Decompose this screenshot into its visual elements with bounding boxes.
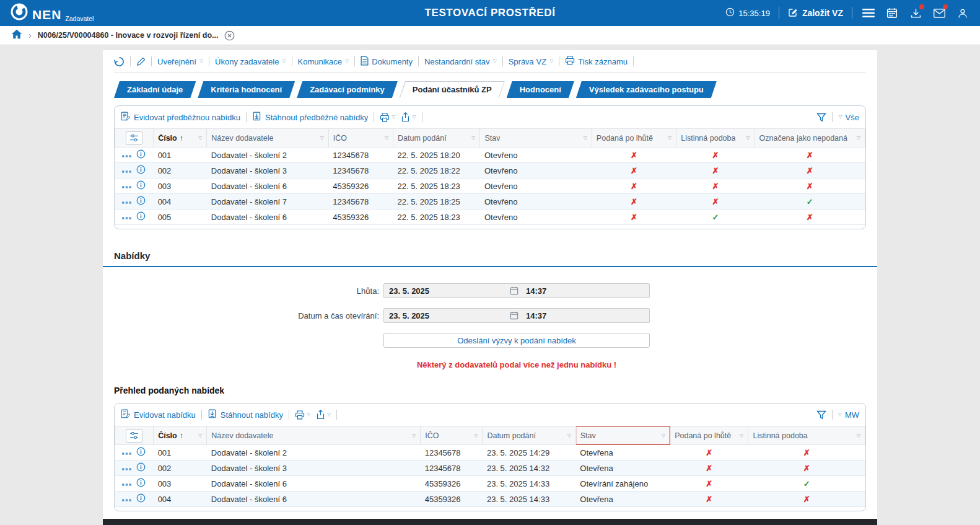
menu-ukony-zadavatele[interactable]: Úkony zadavatele▽ [215, 57, 286, 66]
evidovat-nabidku-button[interactable]: Evidovat nabídku [121, 409, 196, 420]
opening-time-value[interactable]: 14:37 [518, 311, 649, 320]
tab-kriteria-hodnoceni[interactable]: Kritéria hodnocení [198, 81, 295, 98]
row-actions-icon[interactable] [121, 151, 132, 160]
column-header-podana_po_lhute[interactable]: Podaná po lhůtě▽ [670, 426, 748, 445]
downloads-button[interactable] [908, 6, 923, 20]
create-vz-button[interactable]: Založit VZ [788, 7, 843, 19]
calendar-button[interactable] [885, 6, 899, 20]
row-info-icon[interactable] [136, 478, 146, 489]
row-info-icon[interactable] [136, 211, 146, 223]
row-actions-icon[interactable] [121, 197, 132, 206]
row-info-icon[interactable] [136, 196, 146, 207]
breadcrumb-record[interactable]: N006/25/V00004860 - Inovace v rozvoji ří… [38, 31, 219, 40]
tab-podani-ucastniku-zp[interactable]: Podání účastníků ZP [400, 81, 505, 98]
menu-nestandardni-stav[interactable]: Nestandardní stav▽ [424, 57, 497, 66]
tab-zakladni-udaje[interactable]: Základní údaje [114, 81, 196, 98]
column-filter-icon[interactable]: ▽ [668, 135, 672, 141]
menu-sprava-vz[interactable]: Správa VZ▽ [509, 57, 554, 66]
column-filter-icon[interactable]: ▽ [746, 135, 750, 141]
column-filter-icon[interactable]: ▽ [320, 135, 324, 141]
table-row[interactable]: 003Dodavatel - školení 64535932622. 5. 2… [115, 179, 865, 194]
column-header-datum_podani[interactable]: Datum podání▽ [393, 129, 480, 148]
column-header-nazev_dodavatele[interactable]: Název dodavatele▽ [207, 426, 421, 445]
print-list-button[interactable]: ▽ [380, 113, 395, 122]
calendar-icon[interactable] [510, 311, 518, 320]
filter-preset-selector[interactable]: ▽ MW [838, 410, 859, 420]
column-filter-icon[interactable]: ▽ [412, 433, 416, 438]
table-row[interactable]: 005Dodavatel - školení 64535932622. 5. 2… [115, 210, 865, 225]
column-filter-icon[interactable]: ▽ [740, 433, 743, 438]
filter-button[interactable] [816, 410, 826, 420]
column-header-stav[interactable]: Stav▽ [575, 426, 670, 445]
menu-dokumenty[interactable]: Dokumenty [361, 56, 413, 68]
row-info-icon[interactable] [136, 447, 146, 458]
column-filter-icon[interactable]: ▽ [198, 135, 202, 141]
stahnout-nabidky-button[interactable]: Stáhnout nabídky [208, 409, 283, 420]
stahnout-predbezne-nabidky-button[interactable]: Stáhnout předběžné nabídky [252, 112, 368, 123]
menu-komunikace[interactable]: Komunikace▽ [298, 57, 349, 66]
profile-button[interactable] [955, 6, 970, 20]
close-record-icon[interactable] [224, 30, 235, 41]
table-row[interactable]: 001Dodavatel - školení 21234567823. 5. 2… [115, 445, 865, 461]
column-settings-button[interactable] [126, 131, 142, 145]
column-filter-icon[interactable]: ▽ [471, 135, 475, 141]
table-row[interactable]: 001Dodavatel - školení 21234567822. 5. 2… [115, 148, 865, 163]
column-header-ico[interactable]: IČO▽ [421, 426, 483, 445]
column-header-datum_podani[interactable]: Datum podání▽ [483, 426, 575, 445]
table-row[interactable]: 004Dodavatel - školení 71234567822. 5. 2… [115, 194, 865, 210]
column-header-podana_po_lhute[interactable]: Podaná po lhůtě▽ [592, 129, 676, 148]
row-actions-icon[interactable] [121, 166, 132, 175]
column-filter-icon[interactable]: ▽ [385, 135, 388, 141]
filter-button[interactable] [816, 113, 826, 122]
tab-vysledek-zadavaciho-postupu[interactable]: Výsledek zadávacího postupu [576, 81, 717, 98]
row-actions-icon[interactable] [121, 495, 132, 504]
column-header-cislo[interactable]: Číslo↑▽ [154, 426, 207, 445]
menu-button[interactable] [861, 6, 876, 20]
column-filter-icon[interactable]: ▽ [567, 433, 571, 438]
send-call-for-offers-button[interactable]: Odeslání výzvy k podání nabídek [383, 333, 650, 348]
print-list-button[interactable]: ▽ [295, 410, 310, 420]
column-header-oznacena_jako_nepodana[interactable]: Označena jako nepodaná▽ [755, 129, 865, 148]
column-header-nazev_dodavatele[interactable]: Název dodavatele▽ [207, 129, 328, 148]
opening-datetime-input[interactable]: 23. 5. 2025 14:37 [383, 308, 650, 323]
row-info-icon[interactable] [136, 165, 146, 176]
column-header-listinna_podoba[interactable]: Listinná podoba▽ [676, 129, 755, 148]
filter-preset-selector[interactable]: ▽ Vše [838, 113, 859, 122]
evidovat-predbeznou-nabidku-button[interactable]: Evidovat předběžnou nabídku [121, 112, 240, 123]
row-info-icon[interactable] [136, 462, 146, 474]
deadline-time-value[interactable]: 14:37 [518, 286, 649, 296]
column-header-cislo[interactable]: Číslo↑▽ [154, 129, 207, 148]
column-filter-icon[interactable]: ▽ [662, 433, 665, 438]
row-info-icon[interactable] [136, 149, 146, 161]
column-filter-icon[interactable]: ▽ [857, 433, 860, 438]
column-filter-icon[interactable]: ▽ [474, 433, 478, 438]
row-actions-icon[interactable] [121, 182, 132, 191]
table-row[interactable]: 002Dodavatel - školení 31234567823. 5. 2… [115, 461, 865, 476]
column-filter-icon[interactable]: ▽ [198, 433, 202, 438]
menu-uverejneni[interactable]: Uveřejnění▽ [157, 57, 203, 66]
column-filter-icon[interactable]: ▽ [857, 135, 860, 141]
row-actions-icon[interactable] [121, 464, 132, 473]
nen-logo[interactable]: NEN Zadavatel [10, 2, 94, 24]
home-icon[interactable] [11, 29, 22, 42]
row-info-icon[interactable] [136, 493, 146, 505]
table-row[interactable]: 004Dodavatel - školení 64535932623. 5. 2… [115, 492, 865, 507]
edit-record-button[interactable] [136, 57, 146, 66]
table-row[interactable]: 002Dodavatel - školení 31234567822. 5. 2… [115, 163, 865, 179]
messages-button[interactable] [932, 6, 947, 20]
export-list-button[interactable]: ▽ [401, 112, 416, 122]
column-header-listinna_podoba[interactable]: Listinná podoba▽ [748, 426, 865, 445]
menu-tisk-zaznamu[interactable]: Tisk záznamu [565, 56, 628, 67]
deadline-date-value[interactable]: 23. 5. 2025 [384, 286, 510, 296]
history-button[interactable] [114, 56, 125, 67]
column-header-stav[interactable]: Stav▽ [480, 129, 592, 148]
export-list-button[interactable]: ▽ [316, 410, 331, 420]
column-settings-button[interactable] [126, 429, 142, 443]
row-actions-icon[interactable] [121, 213, 132, 222]
tab-zadavaci-podminky[interactable]: Zadávací podmínky [297, 81, 398, 98]
calendar-icon[interactable] [510, 286, 518, 295]
column-header-ico[interactable]: IČO▽ [328, 129, 393, 148]
opening-date-value[interactable]: 23. 5. 2025 [384, 311, 510, 320]
deadline-datetime-input[interactable]: 23. 5. 2025 14:37 [383, 283, 650, 298]
tab-hodnoceni[interactable]: Hodnocení [507, 81, 574, 98]
